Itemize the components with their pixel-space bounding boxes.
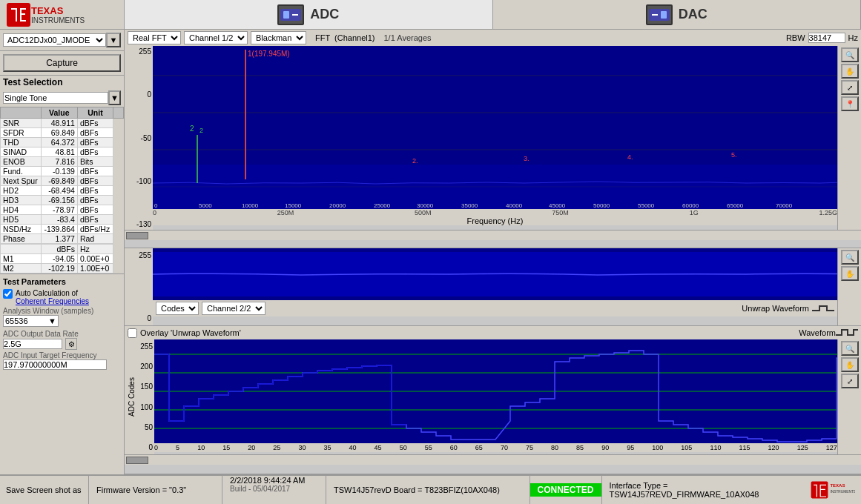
left-panel: ADC12DJx00_JMODE ▼ Capture Test Selectio… — [0, 30, 125, 474]
fft-type-select[interactable]: Real FFT — [128, 31, 181, 44]
header: TEXAS INSTRUMENTS ADC DAC — [0, 0, 861, 30]
y-axis-label-container: ADC Codes — [125, 339, 138, 454]
codes-chart-area: 255 0 Codes Channel 2/2 — [125, 248, 861, 325]
waveform-pan-btn[interactable]: ✋ — [841, 357, 859, 372]
svg-text:70000: 70000 — [776, 202, 793, 209]
table-row: HD2-68.494dBFs — [1, 186, 124, 196]
table-row: Phase1.377Rad — [1, 234, 124, 244]
auto-calc-row: Auto Calculation of Coherent Frequencies — [3, 289, 121, 305]
svg-text:45000: 45000 — [549, 202, 566, 209]
fft-scroll-thumb[interactable] — [126, 232, 148, 239]
device-dropdown-btn[interactable]: ▼ — [106, 33, 121, 47]
adc-input-freq-input[interactable] — [3, 359, 107, 370]
codes-channel-select[interactable]: Channel 2/2 — [202, 302, 265, 315]
capture-button[interactable]: Capture — [3, 54, 121, 72]
svg-text:2: 2 — [190, 125, 194, 133]
codes-display-select[interactable]: Codes — [156, 302, 199, 315]
fft-tools: 🔍 ✋ ⤢ 📍 — [837, 46, 861, 230]
table-row: M2-102.191.00E+0 — [1, 264, 124, 273]
ti-logo-status: TEXAS INSTRUMENTS — [805, 479, 861, 501]
table-row: HD3-69.156dBFs — [1, 196, 124, 205]
svg-text:35000: 35000 — [461, 202, 478, 209]
svg-text:20000: 20000 — [329, 202, 346, 209]
firmware-version: Firmware Version = "0.3" — [96, 485, 186, 494]
svg-text:10000: 10000 — [242, 202, 259, 209]
waveform-scrollbar[interactable] — [125, 454, 861, 465]
codes-zoom-btn[interactable]: 🔍 — [841, 250, 859, 265]
table-row: SFDR69.849dBFs — [1, 128, 124, 138]
unwrap-wave-icon — [812, 303, 834, 314]
rbw-label: RBW — [786, 33, 805, 42]
device-selector-row: ADC12DJx00_JMODE ▼ — [0, 30, 124, 51]
fft-channel-select[interactable]: Channel 1/2 — [184, 31, 248, 44]
dac-icon — [646, 4, 673, 25]
adc-output-rate-input[interactable] — [3, 339, 62, 349]
board-label: TSW14J57revD Board = T823BFIZ(10AX048) — [334, 485, 500, 494]
col-name — [1, 107, 42, 119]
ti-logo: TEXAS INSTRUMENTS — [0, 0, 125, 29]
zoom-in-btn[interactable]: 🔍 — [841, 47, 859, 62]
fft-canvas: 1(197.945M) 2 2 2. 3. 4. 5. 0 5000 10000… — [153, 46, 837, 230]
metrics-wrapper: Value Unit SNR48.911dBFsSFDR69.849dBFsTH… — [0, 107, 124, 273]
codes-svg — [153, 248, 837, 300]
svg-text:5.: 5. — [731, 151, 737, 159]
table-row: SINAD48.81dBFs — [1, 147, 124, 157]
pan-btn[interactable]: ✋ — [841, 64, 859, 79]
svg-text:5000: 5000 — [199, 202, 212, 209]
svg-text:55000: 55000 — [638, 202, 655, 209]
waveform-scroll-thumb[interactable] — [126, 457, 148, 464]
fft-label: FFT (Channel1) — [315, 33, 375, 42]
svg-text:2: 2 — [199, 127, 203, 134]
test-selection-dropdown[interactable]: ▼ — [108, 90, 121, 105]
svg-text:2.: 2. — [412, 157, 418, 165]
rbw-unit: Hz — [848, 33, 858, 42]
ti-logo-text: TEXAS INSTRUMENTS — [31, 5, 85, 24]
adc-tab[interactable]: ADC — [125, 0, 493, 29]
overlay-checkbox[interactable] — [128, 328, 137, 338]
datetime-label: 2/2/2018 9:44:24 AM — [230, 476, 306, 485]
dac-tab[interactable]: DAC — [493, 0, 862, 29]
gear-icon[interactable]: ⚙ — [65, 338, 77, 350]
waveform-y-axis-container: ADC Codes 255 200 150 100 50 0 — [125, 339, 154, 454]
metrics-table: Value Unit SNR48.911dBFsSFDR69.849dBFsTH… — [0, 107, 124, 273]
fft-svg: 1(197.945M) 2 2 2. 3. 4. 5. 0 5000 10000… — [153, 46, 837, 209]
rbw-value-input[interactable] — [808, 33, 845, 43]
adc-input-freq-label: ADC Input Target Frequency — [3, 351, 121, 359]
fft-scrollbar[interactable] — [125, 230, 861, 240]
auto-calc-checkbox[interactable] — [3, 289, 13, 299]
table-row: SNR48.911dBFs — [1, 119, 124, 128]
codes-pan-btn[interactable]: ✋ — [841, 266, 859, 281]
waveform-zoom-btn[interactable]: 🔍 — [841, 341, 859, 356]
fft-chart-area: 255 0 -50 -100 -130 — [125, 46, 861, 230]
codes-toolbar: Codes Channel 2/2 Unwrap Waveform — [153, 300, 837, 316]
analysis-window-input[interactable]: 65536▼ — [3, 315, 59, 327]
freq-label: Frequency (Hz) — [153, 216, 837, 225]
svg-rect-44 — [811, 482, 828, 499]
svg-text:4.: 4. — [627, 153, 633, 161]
ti-logo-icon — [6, 2, 31, 27]
svg-text:60000: 60000 — [682, 202, 699, 209]
svg-text:25000: 25000 — [374, 202, 391, 209]
table-row: M1-94.050.00E+0 — [1, 254, 124, 264]
svg-text:40000: 40000 — [506, 202, 523, 209]
overlay-label: Overlay 'Unwrap Waveform' — [140, 328, 241, 337]
datetime-section: 2/2/2018 9:44:24 AM Build - 05/04/2017 — [222, 476, 326, 504]
test-selection-input[interactable] — [3, 92, 108, 104]
table-row: Fund.-0.139dBFs — [1, 167, 124, 176]
table-row: HD5-83.4dBFs — [1, 215, 124, 225]
waveform-fit-btn[interactable]: ⤢ — [841, 374, 859, 388]
waveform-chart-section: Overlay 'Unwrap Waveform' Waveform ADC C… — [125, 326, 861, 474]
pin-btn[interactable]: 📍 — [841, 96, 859, 111]
fit-btn[interactable]: ⤢ — [841, 80, 859, 95]
adc-icon — [277, 4, 304, 25]
connected-badge: CONNECTED — [530, 483, 601, 497]
auto-calc-label: Auto Calculation of — [16, 289, 89, 297]
fft-window-select[interactable]: Blackman — [251, 31, 306, 44]
status-bar: Save Screen shot as Firmware Version = "… — [0, 474, 861, 504]
board-section: TSW14J57revD Board = T823BFIZ(10AX048) — [326, 476, 530, 504]
svg-text:0: 0 — [154, 202, 158, 209]
test-params-title: Test Parameters — [3, 277, 121, 286]
svg-rect-4 — [283, 11, 289, 19]
save-section: Save Screen shot as — [0, 476, 89, 504]
device-select[interactable]: ADC12DJx00_JMODE — [3, 33, 106, 47]
